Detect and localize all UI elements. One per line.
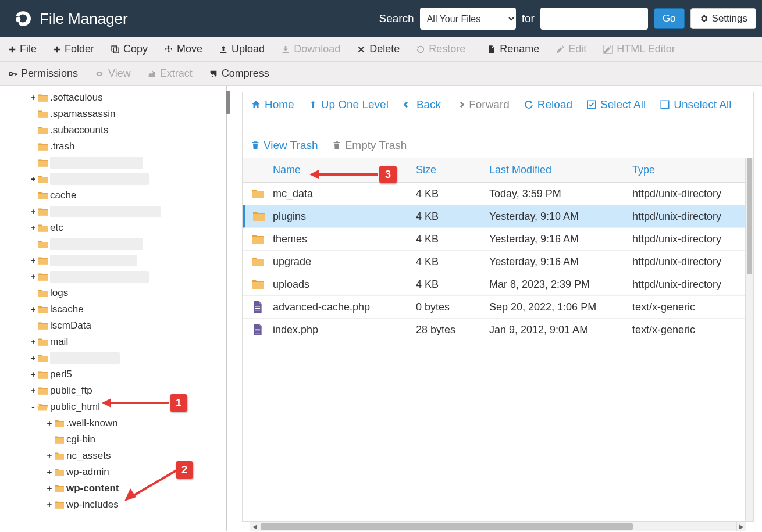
forward-button[interactable]: Forward: [455, 98, 510, 111]
col-header-type[interactable]: Type: [632, 164, 745, 176]
tree-item-nc-assets[interactable]: +nc_assets: [3, 448, 226, 464]
file-size: 28 bytes: [416, 324, 489, 336]
splitter[interactable]: [227, 86, 234, 531]
file-row-uploads[interactable]: uploads4 KBMar 8, 2023, 2:39 PMhttpd/uni…: [243, 273, 745, 296]
rename-button[interactable]: Rename: [479, 37, 547, 61]
toggle-icon[interactable]: +: [29, 174, 37, 184]
search-input[interactable]: [540, 8, 648, 30]
plus-icon: [8, 45, 16, 53]
cpanel-icon: [12, 9, 31, 28]
file-row-advanced-cache-php[interactable]: advanced-cache.php0 bytesSep 20, 2022, 1…: [243, 296, 745, 319]
svg-marker-11: [124, 488, 136, 501]
vertical-scrollbar[interactable]: [745, 158, 753, 521]
toggle-icon[interactable]: +: [45, 451, 54, 460]
file-row-plugins[interactable]: plugins4 KBYesterday, 9:10 AMhttpd/unix-…: [243, 205, 745, 228]
file-row-index-php[interactable]: index.php28 bytesJan 9, 2012, 9:01 AMtex…: [243, 319, 745, 341]
tree-item-label: public_ftp: [50, 385, 92, 397]
tree-item[interactable]: +: [3, 203, 226, 220]
toggle-icon[interactable]: +: [29, 256, 37, 265]
copy-button[interactable]: Copy: [102, 37, 156, 61]
tree-item[interactable]: +: [3, 236, 226, 252]
tree-item[interactable]: +: [3, 269, 226, 285]
empty-trash-button[interactable]: Empty Trash: [332, 139, 407, 152]
tree-item--spamassassin[interactable]: +.spamassassin: [3, 106, 226, 122]
compress-icon: [209, 69, 218, 78]
folder-button[interactable]: Folder: [45, 37, 102, 61]
upload-button[interactable]: Upload: [211, 37, 273, 61]
file-nav-toolbar: Home Up One Level Back Forward Reload Se…: [242, 92, 754, 158]
file-row-upgrade[interactable]: upgrade4 KBYesterday, 9:16 AMhttpd/unix-…: [243, 251, 745, 273]
download-button: Download: [273, 37, 348, 61]
horizontal-scrollbar[interactable]: ◀▶: [250, 522, 746, 531]
toggle-icon[interactable]: +: [29, 223, 37, 233]
toggle-icon: +: [29, 158, 37, 167]
settings-button[interactable]: Settings: [690, 8, 756, 29]
toggle-icon[interactable]: -: [29, 402, 37, 412]
tree-item-lscache[interactable]: +lscache: [3, 301, 226, 317]
restore-icon: [416, 45, 425, 54]
file-button[interactable]: File: [0, 37, 45, 61]
select-all-button[interactable]: Select All: [586, 98, 646, 111]
tree-item-perl5[interactable]: +perl5: [3, 366, 226, 383]
delete-button[interactable]: Delete: [348, 37, 408, 61]
toggle-icon[interactable]: +: [45, 500, 54, 509]
tree-item-wp-content[interactable]: +wp-content: [3, 480, 226, 497]
toggle-icon[interactable]: +: [29, 354, 37, 363]
tree-item-lscmdata[interactable]: +lscmData: [3, 317, 226, 334]
tree-item-logs[interactable]: +logs: [3, 285, 226, 301]
view-trash-button[interactable]: View Trash: [251, 139, 318, 152]
file-name: mc_data: [273, 188, 416, 200]
reload-button[interactable]: Reload: [524, 98, 572, 111]
toggle-icon[interactable]: +: [45, 467, 54, 477]
toggle-icon: +: [29, 142, 37, 151]
tree-item[interactable]: +: [3, 350, 226, 366]
toggle-icon[interactable]: +: [29, 305, 37, 314]
toggle-icon[interactable]: +: [29, 370, 37, 379]
toggle-icon[interactable]: +: [29, 337, 37, 347]
search-scope-select[interactable]: All Your Files: [420, 8, 516, 30]
file-row-themes[interactable]: themes4 KBYesterday, 9:16 AMhttpd/unix-d…: [243, 228, 745, 251]
toggle-icon[interactable]: +: [45, 419, 54, 428]
html-editor-button: HTML Editor: [594, 37, 683, 61]
tree-item-etc[interactable]: +etc: [3, 220, 226, 236]
col-header-size[interactable]: Size: [416, 164, 489, 176]
tree-item[interactable]: +: [3, 252, 226, 269]
tree-item-label: cgi-bin: [66, 434, 95, 445]
folder-icon: [37, 174, 50, 184]
toggle-icon[interactable]: +: [29, 207, 37, 216]
tree-item--subaccounts[interactable]: +.subaccounts: [3, 122, 226, 138]
square-icon: [660, 99, 670, 110]
tree-item--softaculous[interactable]: +.softaculous: [3, 90, 226, 106]
tree-item-public-ftp[interactable]: +public_ftp: [3, 383, 226, 399]
tree-item-cache[interactable]: +cache: [3, 187, 226, 203]
tree-item-mail[interactable]: +mail: [3, 334, 226, 350]
tree-item[interactable]: +: [3, 155, 226, 171]
search-label: Search: [379, 12, 414, 25]
folder-icon: [37, 109, 50, 119]
back-button[interactable]: Back: [403, 98, 441, 111]
unselect-all-button[interactable]: Unselect All: [660, 98, 731, 111]
go-button[interactable]: Go: [654, 8, 685, 29]
toggle-icon[interactable]: +: [29, 93, 37, 102]
col-header-modified[interactable]: Last Modified: [489, 164, 632, 176]
for-label: for: [522, 12, 535, 25]
gear-icon: [699, 14, 708, 23]
compress-button[interactable]: Compress: [201, 62, 277, 85]
move-button[interactable]: Move: [156, 37, 211, 61]
delete-icon: [357, 45, 366, 54]
tree-item-wp-includes[interactable]: +wp-includes: [3, 497, 226, 513]
toggle-icon[interactable]: +: [29, 386, 37, 395]
home-button[interactable]: Home: [251, 98, 294, 111]
up-one-level-button[interactable]: Up One Level: [308, 98, 389, 111]
app-logo: File Manager: [12, 9, 128, 28]
tree-item-cgi-bin[interactable]: +cgi-bin: [3, 431, 226, 448]
arrow-right-icon: [455, 100, 465, 109]
permissions-button[interactable]: Permissions: [0, 62, 86, 85]
tree-item--trash[interactable]: +.trash: [3, 138, 226, 155]
arrow-left-icon: [403, 100, 413, 109]
toggle-icon[interactable]: +: [45, 484, 54, 493]
tree-item[interactable]: +: [3, 171, 226, 187]
file-row-mc-data[interactable]: mc_data4 KBToday, 3:59 PMhttpd/unix-dire…: [243, 183, 745, 205]
tree-item--well-known[interactable]: +.well-known: [3, 415, 226, 431]
toggle-icon[interactable]: +: [29, 272, 37, 281]
